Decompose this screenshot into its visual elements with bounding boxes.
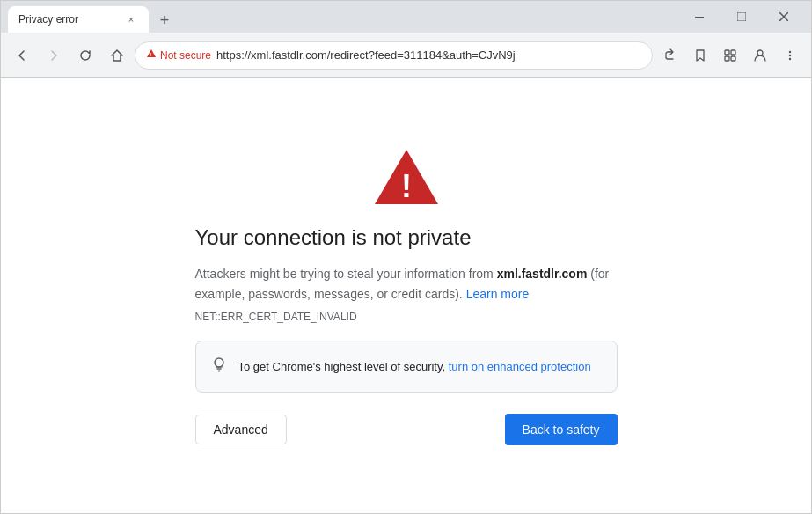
svg-rect-5 (725, 50, 729, 55)
back-button[interactable] (8, 41, 36, 70)
domain-name: xml.fastdlr.com (497, 267, 588, 281)
svg-point-15 (215, 358, 223, 367)
security-badge: ! Not secure (146, 48, 211, 62)
title-bar: Privacy error × + (1, 1, 811, 33)
profile-button[interactable] (746, 41, 774, 70)
url-bar[interactable]: ! Not secure https://xml.fastdlr.com/red… (135, 41, 653, 70)
info-text-prefix: To get Chrome's highest level of securit… (238, 360, 449, 373)
restore-button[interactable] (721, 3, 762, 31)
minimize-button[interactable] (679, 3, 720, 31)
error-code: NET::ERR_CERT_DATE_INVALID (195, 311, 357, 323)
learn-more-link[interactable]: Learn more (466, 287, 530, 301)
warning-triangle-icon: ! (371, 146, 442, 208)
svg-rect-1 (737, 12, 746, 21)
svg-rect-8 (731, 56, 735, 61)
svg-point-12 (789, 57, 791, 59)
warning-icon: ! (146, 48, 157, 62)
svg-point-9 (757, 50, 763, 55)
enhanced-protection-link[interactable]: turn on enhanced protection (449, 360, 591, 373)
info-box-text: To get Chrome's highest level of securit… (238, 360, 591, 373)
window-controls (679, 3, 804, 31)
svg-point-10 (789, 50, 791, 52)
description-prefix: Attackers might be trying to steal your … (195, 267, 497, 281)
forward-button[interactable] (40, 41, 68, 70)
bulb-icon (210, 356, 228, 378)
toolbar-actions (656, 41, 804, 70)
advanced-button[interactable]: Advanced (195, 415, 287, 444)
browser-window: Privacy error × + (0, 0, 812, 514)
url-text: https://xml.fastdlr.com/redirect?feed=31… (216, 48, 516, 62)
active-tab[interactable]: Privacy error × (8, 6, 149, 33)
svg-rect-7 (725, 56, 729, 61)
warning-icon-wrapper: ! (195, 146, 618, 208)
address-bar: ! Not secure https://xml.fastdlr.com/red… (1, 33, 811, 78)
error-title: Your connection is not private (195, 225, 472, 250)
extensions-button[interactable] (716, 41, 744, 70)
error-description: Attackers might be trying to steal your … (195, 264, 618, 304)
svg-point-11 (789, 54, 791, 55)
security-label: Not secure (160, 49, 211, 62)
refresh-button[interactable] (71, 41, 99, 70)
share-button[interactable] (656, 41, 684, 70)
tab-close-button[interactable]: × (124, 12, 138, 26)
tab-title: Privacy error (18, 13, 119, 26)
svg-rect-0 (695, 17, 704, 18)
svg-rect-6 (731, 50, 735, 55)
menu-button[interactable] (776, 41, 804, 70)
back-to-safety-button[interactable]: Back to safety (505, 414, 618, 445)
home-button[interactable] (103, 41, 131, 70)
close-button[interactable] (764, 3, 804, 31)
tab-bar: Privacy error × + (8, 1, 177, 33)
bookmark-button[interactable] (686, 41, 714, 70)
error-container: ! Your connection is not private Attacke… (178, 128, 635, 463)
new-tab-button[interactable]: + (152, 8, 177, 33)
info-box: To get Chrome's highest level of securit… (195, 341, 618, 393)
svg-text:!: ! (401, 168, 412, 204)
action-row: Advanced Back to safety (195, 414, 618, 445)
page-content: ! Your connection is not private Attacke… (1, 78, 811, 513)
